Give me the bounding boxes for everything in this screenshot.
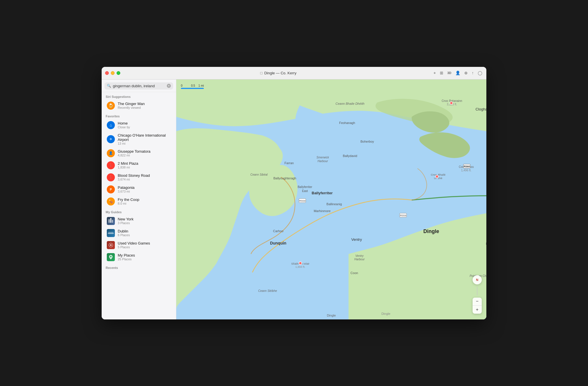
patagonia-subtitle: 3,673 mi: [118, 190, 135, 193]
search-icon: 🔍: [107, 84, 111, 88]
minimize-button[interactable]: [111, 71, 115, 75]
sidebar-item-used-video-games[interactable]: Used Video Games 5 Places: [103, 239, 174, 251]
ginger-man-title: The Ginger Man: [118, 102, 145, 106]
traffic-lights: [105, 71, 120, 75]
sidebar-item-patagonia[interactable]: P Patagonia 3,673 mi: [103, 184, 174, 195]
add-icon[interactable]: ⊕: [464, 70, 468, 76]
svg-rect-2: [110, 218, 111, 223]
svg-text:Carhoo: Carhoo: [273, 229, 283, 233]
svg-text:Dingle: Dingle: [381, 312, 390, 315]
dublin-subtitle: 6 Places: [118, 233, 130, 237]
svg-text:Ballyferriter: Ballyferriter: [298, 185, 312, 189]
svg-rect-1: [109, 219, 110, 223]
new-york-text: New York 3 Places: [118, 217, 134, 225]
search-input-wrap[interactable]: 🔍 ✕: [105, 82, 173, 90]
sidebar-item-dublin[interactable]: Dublin 6 Places: [103, 227, 174, 239]
title-bar: □ Dingle — Co. Kerry ⌖ ⊞ 3D 👤 ⊕ ↑ ◯: [102, 67, 486, 79]
patagonia-title: Patagonia: [118, 185, 135, 190]
scale-labels: 0 0.5 1 mi: [181, 84, 204, 87]
zoom-plus-button[interactable]: +: [473, 306, 482, 314]
giuseppe-subtitle: 4,822 mi: [118, 154, 150, 157]
svg-text:Ventry: Ventry: [351, 237, 362, 242]
sidebar-item-my-places[interactable]: My Places 25 Places: [103, 251, 174, 263]
svg-rect-3: [112, 220, 113, 223]
sidebar-item-blood-stoney[interactable]: 📍 Blood Stoney Road 3,674 mi: [103, 172, 174, 183]
home-icon: ⌂: [107, 121, 115, 129]
ohare-title: Chicago O'Hare International Airport: [118, 133, 171, 142]
map-svg: Cloghane Feohanagh Boherboy Smerwick Har…: [176, 79, 486, 319]
svg-point-9: [110, 244, 112, 246]
scale-label-half: 0.5: [191, 84, 195, 87]
svg-text:Ballyoughteragh: Ballyoughteragh: [273, 176, 296, 180]
scale-ruler: [181, 88, 204, 89]
blood-stoney-text: Blood Stoney Road 3,674 mi: [118, 173, 150, 181]
fullscreen-button[interactable]: [117, 71, 120, 75]
my-places-subtitle: 25 Places: [118, 257, 135, 261]
new-york-title: New York: [118, 217, 134, 221]
sidebar-item-fry-the-coop[interactable]: 🍗 Fry the Coop 8.0 mi: [103, 196, 174, 207]
map-type-icon[interactable]: ⊞: [439, 70, 444, 76]
favorites-label: Favorites: [102, 112, 176, 119]
ohare-subtitle: 13 mi: [118, 142, 171, 145]
main-content: 🔍 ✕ Siri Suggestions 🍺 The Ginger Man Re…: [102, 79, 486, 319]
sidebar-item-giuseppe[interactable]: 👤 Giuseppe Tornatora 4,822 mi: [103, 148, 174, 159]
sidebar-item-home[interactable]: ⌂ Home Close by: [103, 119, 174, 131]
svg-text:1,496 ft.: 1,496 ft.: [461, 169, 471, 172]
search-input[interactable]: [113, 84, 165, 88]
new-york-subtitle: 3 Places: [118, 221, 134, 225]
my-places-title: My Places: [118, 253, 135, 257]
sidebar-item-mint-plaza[interactable]: 📍 2 Mint Plaza 1,838 mi: [103, 160, 174, 171]
map-container[interactable]: Cloghane Feohanagh Boherboy Smerwick Har…: [176, 79, 486, 319]
map-controls: N − +: [473, 275, 482, 314]
svg-text:Ballydavid: Ballydavid: [343, 154, 357, 158]
fry-the-coop-icon: 🍗: [107, 197, 115, 205]
siri-suggestions-label: Siri Suggestions: [102, 92, 176, 100]
svg-text:Éamainn: Éamainn: [486, 242, 486, 245]
used-video-games-text: Used Video Games 5 Places: [118, 241, 150, 249]
sidebar: 🔍 ✕ Siri Suggestions 🍺 The Ginger Man Re…: [102, 79, 176, 319]
map-icon: □: [260, 71, 263, 75]
patagonia-icon: P: [107, 185, 115, 193]
3d-button[interactable]: 3D: [447, 71, 452, 75]
svg-text:Boherboy: Boherboy: [360, 140, 374, 143]
fry-the-coop-text: Fry the Coop 8.0 mi: [118, 197, 139, 205]
used-video-games-subtitle: 5 Places: [118, 245, 150, 249]
ginger-man-text: The Ginger Man Recently viewed: [118, 102, 145, 109]
my-places-guide-icon: [107, 253, 115, 261]
svg-text:Harbour: Harbour: [354, 258, 365, 261]
svg-text:R560: R560: [464, 165, 470, 168]
svg-text:East: East: [302, 189, 308, 193]
mint-plaza-text: 2 Mint Plaza 1,838 mi: [118, 161, 138, 169]
giuseppe-icon: 👤: [107, 149, 115, 157]
svg-text:Cloghane: Cloghane: [475, 107, 486, 111]
home-text: Home Close by: [118, 121, 130, 129]
account-icon[interactable]: ◯: [477, 70, 483, 76]
fry-the-coop-title: Fry the Coop: [118, 197, 139, 202]
sidebar-item-new-york[interactable]: New York 3 Places: [103, 215, 174, 227]
map-bottom-label: Dingle: [327, 314, 336, 317]
my-places-text: My Places 25 Places: [118, 253, 135, 261]
mint-plaza-title: 2 Mint Plaza: [118, 161, 138, 166]
dublin-guide-icon: [107, 229, 115, 237]
games-guide-icon: [107, 241, 115, 249]
scale-label-1mi: 1 mi: [198, 84, 204, 87]
blood-stoney-subtitle: 3,674 mi: [118, 178, 150, 181]
location-icon[interactable]: ⌖: [433, 70, 436, 76]
clear-search-button[interactable]: ✕: [167, 84, 171, 88]
person-icon[interactable]: 👤: [455, 70, 461, 76]
zoom-minus-button[interactable]: −: [473, 298, 482, 306]
svg-text:Marhinmore: Marhinmore: [314, 209, 331, 213]
share-icon[interactable]: ↑: [471, 70, 474, 76]
svg-text:R559: R559: [400, 214, 406, 217]
new-york-guide-icon: [107, 217, 115, 225]
svg-text:Ballyferriter: Ballyferriter: [312, 191, 333, 195]
svg-text:Farran: Farran: [285, 161, 294, 165]
svg-point-11: [110, 256, 112, 257]
scale-label-0: 0: [181, 84, 183, 87]
giuseppe-text: Giuseppe Tornatora 4,822 mi: [118, 149, 150, 157]
ohare-icon: ✈: [107, 135, 115, 143]
close-button[interactable]: [105, 71, 109, 75]
sidebar-item-ohare[interactable]: ✈ Chicago O'Hare International Airport 1…: [103, 131, 174, 147]
sidebar-item-ginger-man[interactable]: 🍺 The Ginger Man Recently viewed: [103, 100, 174, 111]
compass-button[interactable]: N: [473, 275, 482, 284]
